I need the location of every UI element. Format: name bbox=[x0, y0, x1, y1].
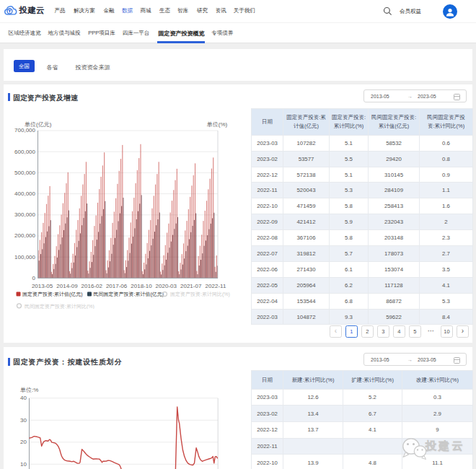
svg-text:2016-02: 2016-02 bbox=[81, 283, 103, 289]
svg-text:2020-03: 2020-03 bbox=[156, 283, 177, 289]
svg-text:2013-05: 2013-05 bbox=[32, 283, 53, 289]
svg-text:10: 10 bbox=[20, 461, 27, 468]
svg-text:单位(%): 单位(%) bbox=[207, 121, 228, 128]
svg-text:固定资产投资:累计值(亿元): 固定资产投资:累计值(亿元) bbox=[22, 292, 83, 297]
svg-text:600,000: 600,000 bbox=[14, 149, 35, 155]
svg-text:2014-09: 2014-09 bbox=[56, 283, 78, 289]
svg-text:500,000: 500,000 bbox=[14, 170, 35, 176]
svg-text:民间固定资产投资:累计值(亿元): 民间固定资产投资:累计值(亿元) bbox=[94, 292, 164, 297]
svg-text:100,000: 100,000 bbox=[14, 254, 35, 260]
svg-text:2022-11: 2022-11 bbox=[206, 283, 226, 289]
svg-text:固定资产投资:累计同比(%): 固定资产投资:累计同比(%) bbox=[170, 292, 230, 297]
svg-text:40: 40 bbox=[20, 395, 27, 401]
svg-text:2021-07: 2021-07 bbox=[180, 283, 202, 289]
svg-text:民间固定资产投资:累计同比(%): 民间固定资产投资:累计同比(%) bbox=[25, 304, 94, 309]
svg-text:单位:%: 单位:% bbox=[20, 387, 38, 393]
svg-text:2017-06: 2017-06 bbox=[106, 283, 128, 289]
svg-text:300,000: 300,000 bbox=[14, 211, 35, 218]
svg-text:0: 0 bbox=[32, 275, 36, 281]
svg-text:20: 20 bbox=[20, 439, 27, 445]
svg-text:200,000: 200,000 bbox=[14, 232, 35, 239]
svg-text:30: 30 bbox=[20, 417, 27, 424]
svg-text:700,000: 700,000 bbox=[14, 127, 35, 133]
svg-text:400,000: 400,000 bbox=[14, 190, 35, 197]
svg-text:2018-10: 2018-10 bbox=[131, 283, 152, 289]
